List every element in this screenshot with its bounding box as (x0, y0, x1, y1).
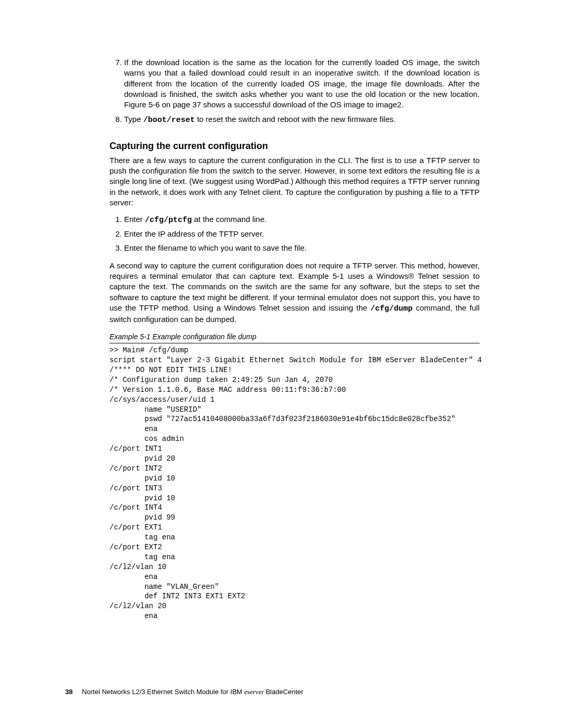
example-rule (109, 343, 480, 343)
eserver-logo-rest: server (247, 688, 264, 696)
instruction-list: If the download location is the same as … (109, 57, 480, 126)
example-caption: Example 5-1 Example configuration file d… (109, 332, 480, 342)
document-page: If the download location is the same as … (0, 0, 563, 728)
page-number: 38 (65, 688, 72, 696)
code-dump-block: >> Main# /cfg/dump script start "Layer 2… (109, 346, 480, 621)
instruction-8-suffix: to reset the switch and reboot with the … (195, 115, 396, 124)
section-heading: Capturing the current configuration (109, 140, 480, 152)
instruction-item-8: Type /boot/reset to reset the switch and… (124, 114, 480, 126)
footer-title-suffix: BladeCenter (264, 688, 303, 696)
cfg-dump-command: /cfg/dump (371, 304, 413, 313)
instruction-8-prefix: Type (124, 115, 143, 124)
second-method-paragraph: A second way to capture the current conf… (109, 261, 480, 325)
intro-paragraph: There are a few ways to capture the curr… (109, 155, 480, 208)
instruction-item-7: If the download location is the same as … (124, 57, 480, 110)
step-3: Enter the filename to which you want to … (124, 243, 480, 253)
footer-title-prefix: Nortel Networks L2/3 Ethernet Switch Mod… (82, 688, 244, 696)
steps-list: Enter /cfg/ptcfg at the command line. En… (109, 214, 480, 253)
step-2: Enter the IP address of the TFTP server. (124, 229, 480, 239)
boot-reset-command: /boot/reset (143, 116, 195, 125)
page-footer: 38 Nortel Networks L2/3 Ethernet Switch … (65, 687, 480, 697)
step-1-prefix: Enter (124, 215, 145, 224)
cfg-ptcfg-command: /cfg/ptcfg (145, 216, 192, 225)
step-1: Enter /cfg/ptcfg at the command line. (124, 214, 480, 226)
instruction-7-text: If the download location is the same as … (124, 58, 480, 109)
step-1-suffix: at the command line. (192, 215, 266, 224)
